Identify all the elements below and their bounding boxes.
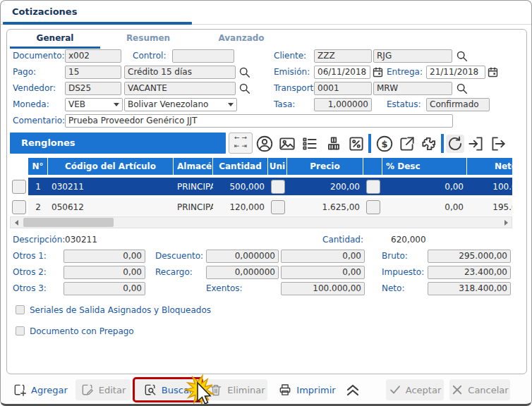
aceptar-button[interactable]: Aceptar <box>386 379 444 400</box>
moneda-code-select[interactable]: VEB <box>65 98 123 111</box>
seriales-checkbox[interactable] <box>16 305 25 314</box>
scrollbar-thumb[interactable] <box>23 218 114 227</box>
agregar-button[interactable]: Agregar <box>8 379 73 400</box>
column-header[interactable]: Código del Artículo <box>48 158 174 175</box>
neto-label: Neto: <box>382 283 404 293</box>
horizontal-scrollbar[interactable] <box>10 216 512 228</box>
tab-general-underline <box>10 47 100 49</box>
percent-icon[interactable] <box>347 135 365 153</box>
tab-avanzado[interactable]: Avanzado <box>196 33 286 46</box>
moneda-name-select[interactable]: Bolivar Venezolano <box>124 98 237 111</box>
cliente-label: Cliente: <box>274 51 306 61</box>
column-header[interactable] <box>363 158 382 175</box>
descripcion-label: Descripción: <box>13 235 65 245</box>
descuento-pct-field[interactable]: 0,000000 <box>206 250 279 263</box>
uni-button[interactable] <box>271 180 285 194</box>
export-window-icon[interactable] <box>398 135 416 153</box>
transporte-name-field[interactable]: MRW <box>373 82 452 95</box>
cantidad-label: Cantidad: <box>322 235 363 245</box>
pago-name-field[interactable]: Crédito 15 días <box>124 66 236 79</box>
column-header[interactable]: % Desc <box>382 158 467 175</box>
descuento-monto-field[interactable]: 0,00 <box>281 250 365 263</box>
table-row[interactable]: 2 050612 PRINCIPAL 120,000 1.625,00 0,00… <box>10 198 512 216</box>
comentario-field[interactable]: Prueba Proveedor Genérico JJT <box>65 114 453 128</box>
cliente-name-field[interactable]: RJG <box>373 49 452 63</box>
export-out-icon[interactable] <box>489 135 507 153</box>
recargo-monto-field[interactable]: 0,00 <box>281 266 365 279</box>
row-selector-button[interactable] <box>12 200 26 214</box>
cancelar-button[interactable]: Cancelar <box>449 379 510 400</box>
import-in-icon[interactable] <box>467 135 485 153</box>
detail-button[interactable] <box>366 200 380 214</box>
emision-calendar-icon[interactable] <box>372 66 385 79</box>
detail-button[interactable] <box>366 180 380 194</box>
transporte-search-icon[interactable] <box>456 82 468 95</box>
detail-list-icon[interactable] <box>301 135 319 153</box>
bottom-button-bar: Agregar Editar Buscar Eliminar Imprimir … <box>1 375 531 403</box>
column-header[interactable]: Precio <box>287 158 363 175</box>
vendedor-code-field[interactable]: DS25 <box>65 82 121 95</box>
entrega-calendar-icon[interactable] <box>487 66 500 79</box>
control-field[interactable] <box>172 49 234 63</box>
pago-code-field[interactable]: 15 <box>65 66 121 79</box>
collapse-chevrons-icon[interactable] <box>341 379 365 400</box>
column-header[interactable]: 1 <box>10 158 28 175</box>
column-header[interactable]: N° <box>28 158 48 175</box>
tab-cotizaciones[interactable]: Cotizaciones <box>12 6 77 17</box>
editar-button[interactable]: Editar <box>75 379 131 400</box>
cotizaciones-window: Cotizaciones General Resumen Avanzado Do… <box>0 0 532 406</box>
tab-general[interactable]: General <box>10 33 100 46</box>
tab-resumen[interactable]: Resumen <box>103 33 193 46</box>
vendedor-name-field[interactable]: VACANTE <box>124 82 236 95</box>
eliminar-button[interactable]: Eliminar <box>207 379 267 400</box>
exentos-field[interactable]: 100.000,00 <box>281 282 365 295</box>
otros2-field[interactable]: 0,00 <box>64 266 145 279</box>
chevron-down-icon <box>114 103 119 106</box>
contact-person-icon[interactable] <box>255 135 274 153</box>
plugin-puzzle-icon[interactable] <box>420 135 438 153</box>
transporte-code-field[interactable]: 0001 <box>314 82 372 95</box>
image-icon[interactable] <box>278 135 296 153</box>
row-neto: 100.000,00 <box>467 178 512 195</box>
comentario-label: Comentario: <box>13 116 65 125</box>
estatus-label: Estatus: <box>387 99 421 109</box>
scroll-right-icon[interactable] <box>500 217 512 228</box>
estatus-field[interactable]: Confirmado <box>426 98 490 111</box>
table-row[interactable]: 1 030211 PRINCIPAL 500,000 200,00 0,00 1… <box>10 178 512 195</box>
bruto-field[interactable]: 295.000,00 <box>428 250 511 263</box>
row-precio: 200,00 <box>287 178 363 195</box>
recargo-label: Recargo: <box>155 267 193 277</box>
packages-icon[interactable] <box>325 135 343 153</box>
cliente-search-icon[interactable] <box>456 50 468 63</box>
prepago-checkbox[interactable] <box>16 326 25 336</box>
documento-field[interactable]: x002 <box>65 49 121 63</box>
refresh-icon[interactable] <box>446 135 464 153</box>
pago-search-icon[interactable] <box>238 66 251 79</box>
scroll-left-icon[interactable] <box>11 217 22 228</box>
otros1-field[interactable]: 0,00 <box>64 250 145 263</box>
entrega-field[interactable]: 21/11/2018 <box>426 66 485 79</box>
vendedor-search-icon[interactable] <box>238 82 251 95</box>
emision-field[interactable]: 06/11/2018 <box>314 66 370 79</box>
tasa-field[interactable]: 1,000000 <box>314 98 372 111</box>
column-header[interactable]: Uni <box>268 158 287 175</box>
cliente-code-field[interactable]: ZZZ <box>314 49 372 63</box>
column-header[interactable]: Almacén <box>174 158 213 175</box>
buscar-button[interactable]: Buscar <box>135 379 201 400</box>
row-selector-button[interactable] <box>12 180 26 194</box>
table-header-row: 1 N° Código del Artículo Almacén Cantida… <box>10 158 512 175</box>
column-header[interactable]: Neto <box>467 158 512 175</box>
recargo-pct-field[interactable]: 0,000000 <box>206 266 279 279</box>
column-header[interactable]: Cantidad <box>213 158 268 175</box>
otros2-label: Otros 2: <box>13 267 47 277</box>
imprimir-button[interactable]: Imprimir <box>274 379 339 400</box>
uni-button[interactable] <box>271 200 285 214</box>
general-panel: General Resumen Avanzado Documento: x002… <box>6 29 527 374</box>
bruto-label: Bruto: <box>382 251 408 261</box>
neto-field[interactable]: 318.400,00 <box>428 282 511 295</box>
exentos-label: Exentos: <box>206 283 243 293</box>
otros3-field[interactable]: 0,00 <box>64 282 145 295</box>
impuesto-field[interactable]: 23.400,00 <box>428 266 511 279</box>
dollar-icon[interactable]: $ <box>375 135 394 153</box>
resize-arrows-icon[interactable]: ← →⇤ ⇥ <box>229 133 253 154</box>
